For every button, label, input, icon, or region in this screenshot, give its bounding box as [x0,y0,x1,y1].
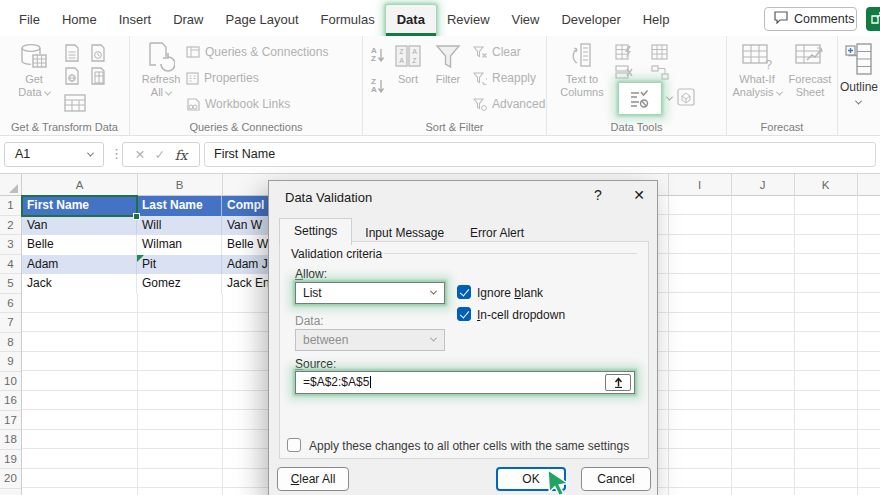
dialog-close-icon[interactable]: ✕ [627,187,651,203]
cell-A5[interactable]: Jack [22,274,137,294]
dialog-tab-error-alert[interactable]: Error Alert [457,222,537,245]
cell-A3[interactable]: Belle [22,235,137,255]
cell-B1[interactable]: Last Name [137,196,222,216]
apply-changes-checkbox[interactable] [287,438,301,452]
tab-draw[interactable]: Draw [162,5,214,36]
select-all-corner[interactable] [0,174,22,196]
tab-help[interactable]: Help [632,5,681,36]
row-header[interactable]: 6 [0,294,21,314]
outline-icon[interactable] [845,42,873,80]
outline-label[interactable]: Outline [838,80,880,94]
cell-A4[interactable]: Adam [22,255,137,275]
row-header[interactable]: 10 [0,372,21,392]
column-header-b[interactable]: B [137,174,222,196]
cancel-button[interactable]: Cancel [581,467,651,491]
row-header[interactable]: 3 [0,235,21,255]
row-header[interactable]: 7 [0,313,21,333]
name-box[interactable]: A1 [4,142,104,167]
tab-view[interactable]: View [501,5,551,36]
reapply-filter-button[interactable]: Reapply [473,71,536,85]
properties-button[interactable]: Properties [186,71,259,85]
dialog-tab-input-message[interactable]: Input Message [352,222,457,245]
share-button[interactable] [866,7,880,31]
from-sheet-icon[interactable] [90,67,106,89]
flash-fill-icon[interactable] [615,44,633,64]
tab-insert[interactable]: Insert [108,5,163,36]
cancel-entry-icon[interactable]: ✕ [135,147,145,162]
outline-chevron-icon[interactable] [855,98,862,105]
row-header[interactable]: 8 [0,333,21,353]
consolidate-icon[interactable] [651,44,668,64]
remove-duplicates-icon[interactable] [615,65,633,84]
relationships-icon[interactable] [651,65,669,84]
insert-function-icon[interactable]: fx [175,147,188,163]
what-if-analysis-button[interactable]: ? What-If Analysis [731,41,783,99]
cell-B4[interactable]: Pit [137,255,222,275]
forecast-sheet-button[interactable]: Forecast Sheet [785,41,835,99]
comments-button[interactable]: Comments [764,7,857,31]
filter-button[interactable]: Filter [427,41,469,86]
row-header[interactable]: 16 [0,391,21,411]
queries-connections-button[interactable]: Queries & Connections [186,45,328,59]
ignore-blank-checkbox[interactable] [457,285,471,299]
sort-descending-button[interactable]: ZA [371,78,385,94]
tab-review[interactable]: Review [436,5,501,36]
apply-changes-label[interactable]: Apply these changes to all other cells w… [309,439,629,453]
cell-B3[interactable]: Wilman [137,235,222,255]
in-cell-dropdown-label[interactable]: In-cell dropdown [477,308,565,322]
dialog-tab-settings[interactable]: Settings [279,218,352,245]
column-header-j[interactable]: J [731,174,794,196]
row-header[interactable]: 18 [0,430,21,450]
clear-filter-button[interactable]: Clear [473,45,521,59]
name-box-value: A1 [15,147,30,161]
tab-file[interactable]: File [8,5,51,36]
data-validation-button[interactable] [619,83,661,114]
column-header-k[interactable]: K [794,174,857,196]
tab-developer[interactable]: Developer [550,5,631,36]
row-header[interactable]: 1 [0,196,21,216]
formula-buttons: ✕ ✓ fx [122,142,200,167]
cell-B5[interactable]: Gomez [137,274,222,294]
tab-formulas[interactable]: Formulas [310,5,386,36]
advanced-filter-button[interactable]: Advanced [473,97,545,111]
get-data-icon [8,41,60,73]
column-header-i[interactable]: I [668,174,731,196]
in-cell-dropdown-checkbox[interactable] [457,307,471,321]
from-table-range-icon[interactable] [64,94,86,116]
column-header-a[interactable]: A [22,174,137,196]
refresh-all-button[interactable]: Refresh All [138,41,184,99]
data-validation-chevron-icon[interactable] [666,94,673,101]
source-label: Source: [295,357,336,371]
cell-B2[interactable]: Will [137,216,222,236]
collapse-dialog-button[interactable] [605,374,631,391]
source-input[interactable]: =$A$2:$A$5 [295,371,635,394]
sort-ascending-button[interactable]: AZ [371,47,385,63]
svg-text:A: A [412,48,417,55]
cell-A2[interactable]: Van [22,216,137,236]
row-header[interactable]: 17 [0,411,21,431]
from-text-icon[interactable] [64,44,80,66]
row-header[interactable]: 19 [0,450,21,470]
from-web-icon[interactable] [64,67,80,89]
clear-all-button[interactable]: Clear All [277,467,349,491]
data-model-icon[interactable] [677,88,695,110]
get-data-button[interactable]: Get Data [8,41,60,99]
confirm-entry-icon[interactable]: ✓ [155,147,165,162]
text-to-columns-button[interactable]: Text to Columns [557,41,607,99]
allow-dropdown[interactable]: List [295,282,445,304]
fill-handle[interactable] [133,213,140,220]
row-header[interactable]: 4 [0,255,21,275]
row-header[interactable]: 5 [0,274,21,294]
tab-page-layout[interactable]: Page Layout [215,5,310,36]
formula-input[interactable]: First Name [204,142,876,167]
sort-button[interactable]: ZAAZ Sort [389,41,427,86]
row-header[interactable]: 2 [0,216,21,236]
dialog-help-icon[interactable]: ? [587,187,609,203]
tab-home[interactable]: Home [51,5,108,36]
row-header[interactable]: 9 [0,352,21,372]
ignore-blank-label[interactable]: Ignore blank [477,286,543,300]
recent-sources-icon[interactable] [90,44,106,66]
tab-data[interactable]: Data [386,5,436,36]
workbook-links-button[interactable]: Workbook Links [186,97,290,111]
row-header[interactable]: 20 [0,469,21,489]
